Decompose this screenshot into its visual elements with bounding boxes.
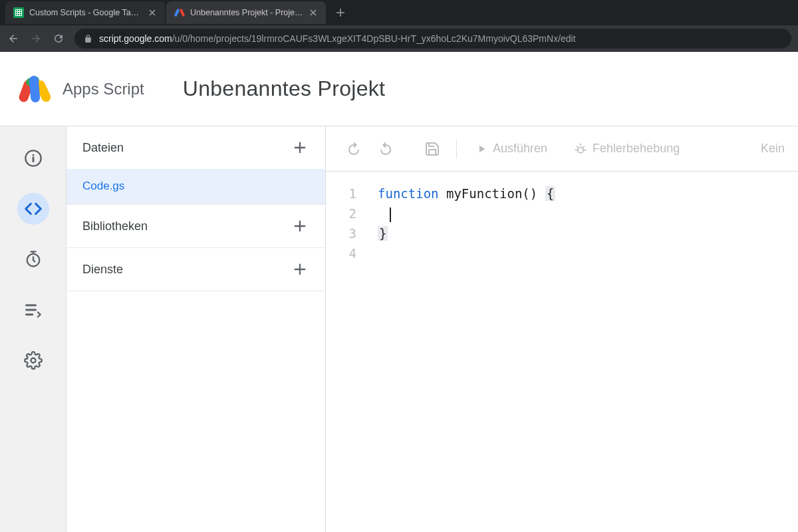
side-panel: Dateien Code.gs Bibliotheken Dienste [66, 126, 326, 532]
new-tab-button[interactable] [331, 3, 350, 22]
svg-point-5 [578, 147, 583, 152]
close-icon[interactable] [148, 8, 157, 17]
url-text: script.google.com/u/0/home/projects/19lr… [99, 33, 576, 44]
editor-button[interactable] [17, 193, 49, 225]
services-section: Dienste [66, 248, 325, 291]
browser-chrome: Custom Scripts - Google Tabellen Unbenan… [0, 0, 798, 52]
separator [456, 140, 457, 158]
address-bar[interactable]: script.google.com/u/0/home/projects/19lr… [74, 29, 791, 49]
add-file-button[interactable] [291, 138, 309, 157]
left-rail [0, 126, 66, 532]
save-button[interactable] [418, 134, 447, 164]
line-gutter: 1 2 3 4 [326, 184, 366, 263]
close-icon[interactable] [309, 8, 318, 17]
apps-script-favicon-icon [174, 7, 185, 18]
files-section: Dateien Code.gs [66, 126, 325, 205]
code-content[interactable]: function myFunction() { } [366, 184, 798, 263]
tab-title: Custom Scripts - Google Tabellen [29, 8, 142, 17]
run-label: Ausführen [493, 142, 547, 156]
editor-area: Ausführen Fehlerbehebung Kein 1 2 3 4 fu… [326, 126, 798, 532]
function-selector[interactable]: Kein [761, 142, 785, 156]
file-item[interactable]: Code.gs [66, 169, 325, 204]
executions-button[interactable] [17, 294, 49, 326]
browser-tab-active[interactable]: Unbenanntes Projekt - Projekt-E [166, 1, 326, 24]
main-area: Dateien Code.gs Bibliotheken Dienste [0, 126, 798, 532]
libraries-section: Bibliotheken [66, 205, 325, 248]
sheets-favicon-icon [13, 7, 24, 18]
redo-button[interactable] [371, 134, 400, 164]
settings-button[interactable] [17, 344, 49, 376]
tab-strip: Custom Scripts - Google Tabellen Unbenan… [0, 0, 798, 25]
forward-icon[interactable] [29, 32, 43, 45]
add-service-button[interactable] [291, 260, 309, 279]
services-label: Dienste [82, 263, 123, 277]
app-name: Apps Script [63, 80, 144, 98]
editor-toolbar: Ausführen Fehlerbehebung Kein [326, 126, 798, 172]
svg-point-4 [31, 358, 35, 363]
browser-tab[interactable]: Custom Scripts - Google Tabellen [5, 1, 165, 24]
libraries-label: Bibliotheken [82, 219, 148, 233]
files-label: Dateien [82, 141, 124, 155]
app-header: Apps Script Unbenanntes Projekt [0, 52, 798, 126]
back-icon[interactable] [7, 32, 20, 45]
debug-label: Fehlerbehebung [593, 142, 680, 156]
undo-button[interactable] [339, 134, 368, 164]
reload-icon[interactable] [52, 32, 65, 45]
browser-nav-bar: script.google.com/u/0/home/projects/19lr… [0, 25, 798, 52]
add-library-button[interactable] [291, 217, 309, 235]
run-button[interactable]: Ausführen [466, 134, 557, 164]
apps-script-logo-icon [19, 73, 51, 105]
triggers-button[interactable] [17, 243, 49, 275]
debug-button[interactable]: Fehlerbehebung [565, 134, 689, 164]
tab-title: Unbenanntes Projekt - Projekt-E [190, 8, 303, 17]
code-editor[interactable]: 1 2 3 4 function myFunction() { } [326, 172, 798, 263]
lock-icon [84, 35, 92, 43]
project-title[interactable]: Unbenanntes Projekt [183, 76, 386, 101]
overview-button[interactable] [17, 142, 49, 174]
text-cursor-icon [390, 207, 391, 222]
